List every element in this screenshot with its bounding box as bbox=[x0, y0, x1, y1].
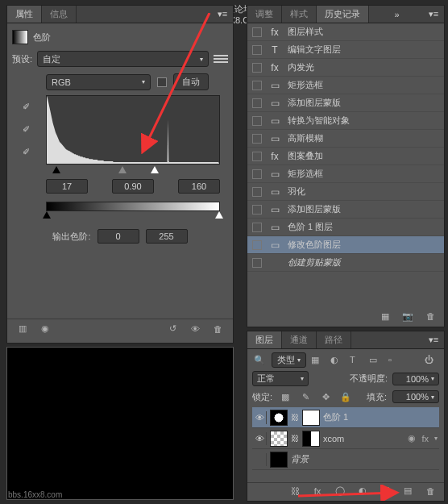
tab-adjustments[interactable]: 调整 bbox=[247, 6, 282, 23]
filter-shape-icon[interactable]: ▭ bbox=[369, 355, 384, 366]
white-point-eyedropper-icon[interactable]: ✐ bbox=[19, 144, 33, 159]
history-item[interactable]: T编辑文字图层 bbox=[247, 41, 444, 59]
fx-expand-icon[interactable]: ▾ bbox=[434, 435, 438, 442]
new-adjustment-icon[interactable]: ◐ bbox=[355, 484, 370, 498]
history-item[interactable]: ▭矩形选框 bbox=[247, 77, 444, 94]
output-white-input[interactable]: 255 bbox=[146, 229, 188, 244]
channel-select[interactable]: RGB ▾ bbox=[46, 74, 151, 90]
history-item[interactable]: ▭羽化 bbox=[247, 183, 444, 201]
blend-mode-select[interactable]: 正常 ▾ bbox=[252, 371, 309, 386]
auto-checkbox[interactable] bbox=[157, 77, 167, 87]
smart-filter-icon[interactable]: ◉ bbox=[408, 433, 416, 444]
opacity-input[interactable]: 100%▾ bbox=[392, 373, 439, 385]
history-item[interactable]: 创建剪贴蒙版 bbox=[247, 254, 444, 272]
history-step-icon: ▭ bbox=[268, 222, 281, 233]
layer-row[interactable]: 背景 bbox=[252, 449, 439, 470]
snapshot-icon[interactable]: 📷 bbox=[400, 309, 415, 323]
history-state-box bbox=[252, 187, 262, 197]
auto-button[interactable]: 自动 bbox=[173, 73, 209, 90]
gray-point-eyedropper-icon[interactable]: ✐ bbox=[19, 122, 33, 136]
highlights-input[interactable]: 160 bbox=[178, 179, 220, 194]
filter-toggle-icon[interactable]: ⏻ bbox=[425, 355, 439, 366]
delete-state-icon[interactable]: 🗑 bbox=[423, 309, 438, 323]
history-step-icon: T bbox=[268, 44, 281, 56]
mask-link-icon[interactable]: ⛓ bbox=[291, 413, 299, 422]
add-mask-icon[interactable]: ◯ bbox=[333, 484, 347, 498]
fx-icon[interactable]: fx bbox=[310, 484, 325, 498]
preset-select[interactable]: 自定 ▾ bbox=[37, 51, 209, 67]
history-item[interactable]: ▭矩形选框 bbox=[247, 165, 444, 183]
history-item[interactable]: fx图层样式 bbox=[247, 23, 444, 41]
fx-badge-icon[interactable]: fx bbox=[421, 434, 429, 444]
highlights-slider[interactable] bbox=[151, 166, 159, 173]
mask-link-icon[interactable]: ⛓ bbox=[291, 434, 299, 443]
toggle-visibility-icon[interactable]: 👁 bbox=[188, 322, 202, 336]
output-black-slider[interactable] bbox=[43, 211, 51, 219]
shadows-input[interactable]: 17 bbox=[46, 179, 88, 194]
tab-properties[interactable]: 属性 bbox=[7, 6, 42, 23]
history-item[interactable]: ▭转换为智能对象 bbox=[247, 112, 444, 130]
history-label: 图案叠加 bbox=[288, 150, 323, 162]
preset-menu-icon[interactable] bbox=[214, 53, 228, 65]
lock-pixels-icon[interactable]: ✎ bbox=[298, 389, 313, 404]
lock-position-icon[interactable]: ✥ bbox=[318, 389, 333, 404]
delete-layer-icon[interactable]: 🗑 bbox=[423, 484, 438, 498]
midtones-input[interactable]: 0.90 bbox=[112, 179, 154, 194]
filter-smart-icon[interactable]: ▫ bbox=[388, 355, 403, 366]
layer-row[interactable]: 👁 ⛓ xcom ◉ fx ▾ bbox=[252, 428, 439, 449]
history-panel: 调整 样式 历史记录 » ▾≡ fx图层样式T编辑文字图层fx内发光▭矩形选框▭… bbox=[247, 5, 445, 327]
reset-icon[interactable]: ↺ bbox=[165, 322, 180, 336]
visibility-icon[interactable]: 👁 bbox=[254, 411, 267, 424]
filter-pixel-icon[interactable]: ▦ bbox=[311, 355, 326, 366]
history-item[interactable]: ▭添加图层蒙版 bbox=[247, 201, 444, 219]
history-step-icon: fx bbox=[268, 151, 281, 162]
visibility-icon[interactable] bbox=[254, 453, 267, 466]
history-item[interactable]: ▭修改色阶图层 bbox=[247, 236, 444, 254]
lock-transparency-icon[interactable]: ▩ bbox=[278, 389, 292, 404]
visibility-icon[interactable]: 👁 bbox=[254, 432, 267, 445]
history-item[interactable]: ▭色阶 1 图层 bbox=[247, 219, 444, 236]
history-item[interactable]: fx图案叠加 bbox=[247, 148, 444, 165]
output-white-slider[interactable] bbox=[215, 211, 223, 219]
tab-history[interactable]: 历史记录 bbox=[317, 6, 369, 23]
history-item[interactable]: fx内发光 bbox=[247, 59, 444, 77]
create-document-icon[interactable]: ▦ bbox=[378, 309, 392, 323]
history-label: 图层样式 bbox=[288, 26, 323, 38]
lock-all-icon[interactable]: 🔒 bbox=[338, 389, 353, 404]
mask-thumb bbox=[302, 431, 320, 447]
link-layers-icon[interactable]: ⛓ bbox=[288, 484, 302, 498]
history-item[interactable]: ▭高斯模糊 bbox=[247, 130, 444, 148]
lock-label: 锁定: bbox=[252, 391, 272, 403]
tab-info[interactable]: 信息 bbox=[42, 6, 77, 23]
history-item[interactable]: ▭添加图层蒙版 bbox=[247, 94, 444, 112]
panel-menu-icon[interactable]: ▾≡ bbox=[428, 335, 439, 346]
tab-layers[interactable]: 图层 bbox=[247, 331, 282, 348]
filter-adjustment-icon[interactable]: ◐ bbox=[330, 355, 345, 366]
history-state-box bbox=[252, 81, 262, 90]
chevron-down-icon: ▾ bbox=[142, 78, 145, 85]
view-previous-icon[interactable]: ◉ bbox=[38, 322, 52, 336]
panel-menu-icon[interactable]: ▾≡ bbox=[428, 9, 439, 20]
collapse-icon[interactable]: » bbox=[394, 10, 399, 19]
tab-styles[interactable]: 样式 bbox=[282, 6, 317, 23]
search-icon[interactable]: 🔍 bbox=[252, 353, 267, 368]
output-black-input[interactable]: 0 bbox=[97, 229, 139, 244]
fill-input[interactable]: 100%▾ bbox=[392, 390, 439, 403]
black-point-eyedropper-icon[interactable]: ✐ bbox=[19, 99, 33, 114]
layer-row[interactable]: 👁 ⛓ 色阶 1 bbox=[252, 407, 439, 428]
new-layer-icon[interactable]: ▤ bbox=[400, 484, 415, 498]
delete-adjustment-icon[interactable]: 🗑 bbox=[210, 322, 225, 336]
history-tab-bar: 调整 样式 历史记录 » ▾≡ bbox=[247, 6, 444, 23]
history-step-icon: ▭ bbox=[268, 115, 281, 127]
properties-tab-bar: 属性 信息 ▾≡ bbox=[7, 6, 233, 23]
clip-to-layer-icon[interactable]: ▥ bbox=[15, 322, 30, 336]
filter-type-select[interactable]: 类型 ▾ bbox=[272, 352, 306, 368]
tab-paths[interactable]: 路径 bbox=[317, 331, 351, 348]
midtones-slider[interactable] bbox=[118, 166, 127, 173]
history-step-icon bbox=[268, 257, 281, 269]
shadows-slider[interactable] bbox=[52, 166, 60, 173]
filter-text-icon[interactable]: T bbox=[350, 355, 364, 366]
new-group-icon[interactable]: 📁 bbox=[378, 484, 392, 498]
tab-channels[interactable]: 通道 bbox=[282, 331, 317, 348]
panel-menu-icon[interactable]: ▾≡ bbox=[217, 9, 228, 20]
